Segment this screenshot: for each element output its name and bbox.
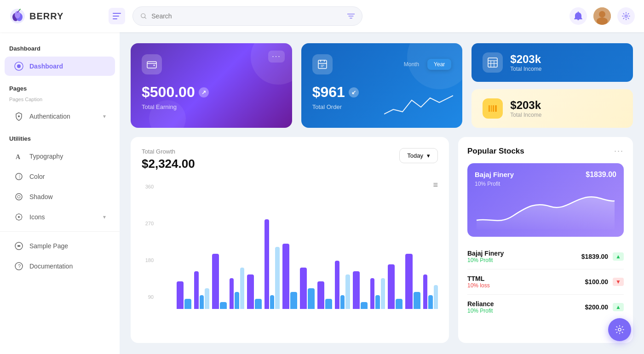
app-name: BERRY — [29, 11, 63, 22]
bar-group — [370, 278, 385, 309]
bar-blue — [184, 299, 191, 309]
topbar: BERRY — [0, 0, 644, 32]
sidebar-item-documentation[interactable]: ? Documentation — [5, 257, 115, 276]
growth-header: Total Growth $2,324.00 Today ▾ — [142, 148, 438, 171]
bar-purple — [177, 281, 184, 309]
settings-button[interactable] — [617, 7, 635, 25]
sidebar-divider — [0, 231, 120, 232]
sidebar-item-sample-page[interactable]: Sample Page — [5, 236, 115, 256]
bar-group — [388, 264, 402, 309]
bar-purple — [300, 268, 307, 309]
svg-text:?: ? — [18, 263, 21, 269]
bar-blue — [396, 299, 402, 309]
sidebar-item-label: Icons — [29, 213, 45, 221]
stat-info: $203k Total Income — [510, 53, 541, 72]
sidebar-item-dashboard[interactable]: Dashboard — [5, 57, 115, 76]
period-selector-button[interactable]: Today ▾ — [399, 148, 438, 163]
svg-point-30 — [154, 65, 155, 66]
bar-purple — [212, 254, 219, 309]
income-icon-box — [483, 52, 503, 73]
bar-light — [205, 288, 209, 309]
bar-group — [317, 281, 332, 309]
growth-info: Total Growth $2,324.00 — [142, 148, 195, 171]
stat-card-income-yellow: $203k Total Income — [472, 89, 633, 128]
sidebar-item-label: Documentation — [29, 263, 73, 270]
shadow-icon — [14, 192, 24, 202]
badge-down: ▼ — [613, 278, 624, 286]
search-bar — [132, 6, 362, 26]
order-card: Month Year $961 ↙ Total Order — [301, 43, 463, 128]
bar-purple — [423, 274, 427, 309]
bar-group — [212, 254, 227, 309]
bar-group — [194, 271, 209, 309]
table-icon — [488, 57, 498, 68]
svg-line-5 — [19, 9, 20, 10]
logo: BERRY — [9, 8, 101, 24]
svg-rect-40 — [495, 105, 497, 112]
svg-rect-37 — [489, 105, 490, 112]
stock-price: $200.00 — [585, 303, 609, 311]
stock-hero-profit: 10% Profit — [475, 181, 616, 187]
search-icon — [140, 12, 147, 20]
stat-label-blue: Total Income — [510, 66, 541, 72]
bar-purple — [353, 271, 360, 309]
svg-rect-39 — [493, 105, 494, 112]
stock-hero-card: Bajaj Finery $1839.00 10% Profit — [467, 163, 624, 237]
sidebar-item-shadow[interactable]: Shadow — [5, 187, 115, 206]
fab-settings-icon — [615, 325, 625, 335]
svg-point-24 — [17, 195, 20, 198]
bar-blue — [290, 292, 297, 309]
fab-button[interactable] — [608, 318, 631, 341]
filter-icon[interactable] — [347, 13, 355, 19]
sidebar-item-icons[interactable]: Icons ▾ — [5, 207, 115, 227]
bell-icon — [574, 11, 582, 21]
bar-light — [381, 278, 385, 309]
sidebar-item-label: Color — [29, 173, 45, 180]
stock-list: Bajaj Finery 10% Profit $1839.00 ▲ TTML … — [467, 244, 624, 320]
svg-point-41 — [618, 328, 621, 331]
stock-list-item[interactable]: Bajaj Finery 10% Profit $1839.00 ▲ — [467, 244, 624, 269]
bar-group — [335, 261, 350, 309]
menu-button[interactable] — [109, 8, 125, 24]
stocks-menu-icon[interactable]: ··· — [614, 146, 624, 156]
stat-label-yellow: Total Income — [510, 112, 541, 118]
trend-up-icon: ↗ — [199, 87, 209, 97]
bar-blue — [308, 288, 315, 309]
search-input[interactable] — [151, 12, 343, 20]
avatar[interactable] — [593, 7, 611, 25]
tab-year[interactable]: Year — [427, 59, 451, 70]
sidebar-item-typography[interactable]: A Typography — [5, 147, 115, 166]
bottom-row: Total Growth $2,324.00 Today ▾ ≡ 360 2 — [131, 137, 633, 343]
tab-month[interactable]: Month — [397, 59, 426, 70]
growth-card: Total Growth $2,324.00 Today ▾ ≡ 360 2 — [131, 137, 449, 343]
wallet-icon — [146, 59, 157, 70]
bar-blue — [340, 295, 345, 309]
bar-blue — [200, 295, 204, 309]
topbar-right — [569, 7, 635, 25]
auth-icon — [14, 111, 24, 121]
stat-card-income-blue: $203k Total Income — [472, 43, 633, 82]
sidebar-item-label: Authentication — [29, 113, 70, 120]
bar-group — [247, 274, 262, 309]
svg-text:A: A — [16, 154, 21, 160]
bar-light — [434, 285, 438, 309]
sidebar-item-authentication[interactable]: Authentication ▾ — [5, 107, 115, 126]
top-cards-row: ··· $500.00 ↗ Total Earning — [131, 43, 633, 128]
bar-blue — [414, 292, 420, 309]
notification-button[interactable] — [569, 7, 587, 25]
bar-group — [264, 219, 279, 309]
bar-blue — [325, 299, 332, 309]
card-menu-button[interactable]: ··· — [268, 51, 284, 63]
bars-container — [177, 180, 438, 309]
svg-point-23 — [16, 194, 22, 200]
sidebar-item-color[interactable]: Color — [5, 167, 115, 186]
content-area: ··· $500.00 ↗ Total Earning — [120, 32, 644, 354]
sidebar-section-dashboard: Dashboard — [0, 41, 120, 56]
stock-list-item[interactable]: Reliance 10% Profit $200.00 ▲ — [467, 295, 624, 320]
stock-list-item[interactable]: TTML 10% loss $100.00 ▼ — [467, 269, 624, 295]
order-icon-box — [312, 54, 333, 74]
bar-blue — [255, 299, 262, 309]
sidebar-subtitle-pages: Pages Caption — [0, 96, 120, 106]
bar-group — [353, 271, 368, 309]
stock-name: TTML — [467, 275, 490, 282]
